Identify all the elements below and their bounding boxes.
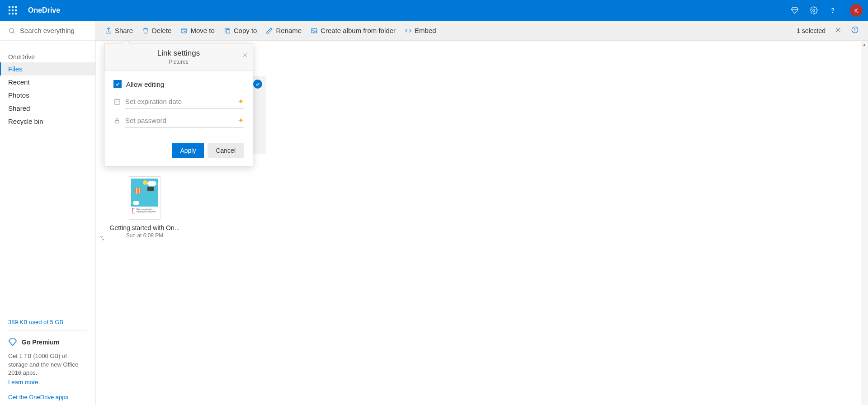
nav-item-files[interactable]: Files (0, 62, 95, 75)
pencil-icon (266, 27, 273, 34)
pdf-badge-icon (132, 208, 135, 213)
file-date: Sun at 6:09 PM (105, 232, 184, 239)
allow-editing-row[interactable]: Allow editing (113, 80, 244, 88)
nav-item-photos[interactable]: Photos (0, 89, 95, 102)
thumb-caption: Get started with Microsoft OneDrive (137, 208, 157, 213)
vertical-scrollbar[interactable]: ▲ (861, 41, 868, 405)
settings-icon[interactable] (808, 5, 819, 16)
copy-to-button[interactable]: Copy to (224, 27, 257, 34)
premium-icon[interactable] (789, 5, 800, 16)
premium-title: Go Premium (22, 339, 59, 346)
album-icon (311, 27, 318, 34)
main: Share Delete Move to Copy to Rename Crea… (96, 21, 868, 405)
expiration-row[interactable]: ✦ (125, 94, 244, 109)
svg-rect-16 (114, 99, 120, 104)
search-icon (8, 27, 15, 34)
brand-title: OneDrive (28, 6, 60, 14)
expiration-input[interactable] (125, 98, 233, 105)
learn-more-link[interactable]: Learn more. (8, 379, 40, 386)
waffle-icon (9, 6, 17, 14)
app-header: OneDrive K (0, 0, 868, 21)
premium-star-icon: ✦ (238, 97, 244, 106)
share-button[interactable]: Share (105, 27, 133, 34)
storage-panel: 389 KB used of 5 GB Go Premium Get 1 TB … (0, 319, 95, 405)
share-icon (105, 27, 112, 34)
close-icon (835, 26, 842, 33)
svg-point-2 (9, 28, 14, 32)
nav: OneDrive Files Recent Photos Shared Recy… (0, 41, 95, 128)
storage-usage-link[interactable]: 389 KB used of 5 GB (8, 319, 87, 325)
create-album-button[interactable]: Create album from folder (311, 27, 396, 34)
search-box[interactable] (0, 21, 95, 41)
sync-icon (99, 235, 105, 242)
embed-button[interactable]: Embed (405, 27, 436, 34)
callout-title: Link settings (112, 49, 245, 58)
svg-line-3 (13, 32, 14, 33)
scroll-up-arrow[interactable]: ▲ (861, 41, 868, 48)
svg-point-13 (854, 28, 855, 28)
command-bar: Share Delete Move to Copy to Rename Crea… (96, 21, 868, 41)
svg-point-0 (813, 9, 815, 12)
trash-icon (142, 27, 149, 34)
nav-item-shared[interactable]: Shared (0, 102, 95, 115)
file-content-area: Pictures Sun at 6:09 PM (96, 41, 868, 405)
svg-rect-5 (181, 29, 187, 33)
svg-rect-6 (226, 29, 230, 33)
password-row[interactable]: ✦ (125, 113, 244, 128)
close-icon (242, 52, 248, 58)
premium-star-icon: ✦ (238, 116, 244, 125)
file-tile-document[interactable]: Get started with Microsoft OneDrive Gett… (105, 176, 184, 239)
search-input[interactable] (20, 27, 87, 34)
nav-item-recent[interactable]: Recent (0, 75, 95, 89)
user-avatar[interactable]: K (850, 4, 863, 17)
svg-point-1 (832, 12, 833, 13)
details-pane-toggle[interactable] (851, 26, 859, 35)
selected-check-icon (253, 80, 262, 89)
password-input[interactable] (125, 117, 233, 124)
lock-icon (113, 117, 121, 124)
callout-close-button[interactable] (242, 52, 248, 60)
file-name: Getting started with On... (105, 224, 184, 231)
rename-button[interactable]: Rename (266, 27, 302, 34)
nav-item-recycle-bin[interactable]: Recycle bin (0, 115, 95, 128)
clear-selection-button[interactable] (835, 26, 842, 35)
apply-button[interactable]: Apply (172, 143, 204, 158)
copy-icon (224, 27, 231, 34)
move-to-button[interactable]: Move to (180, 27, 214, 34)
go-premium-row[interactable]: Go Premium (8, 335, 87, 349)
premium-desc: Get 1 TB (1000 GB) of storage and the ne… (8, 352, 87, 377)
app-launcher[interactable] (5, 3, 20, 18)
sidebar: OneDrive Files Recent Photos Shared Recy… (0, 21, 96, 405)
link-settings-callout: Link settings Pictures Allow editing (104, 43, 253, 166)
diamond-icon (8, 338, 17, 347)
calendar-icon (113, 98, 121, 105)
check-icon (115, 81, 120, 87)
cancel-button[interactable]: Cancel (208, 143, 244, 158)
allow-editing-label: Allow editing (126, 80, 164, 88)
callout-header: Link settings Pictures (104, 43, 253, 71)
allow-editing-checkbox[interactable] (113, 80, 122, 88)
help-icon[interactable] (827, 5, 838, 16)
delete-button[interactable]: Delete (142, 27, 171, 34)
move-icon (180, 27, 188, 34)
nav-root-label: OneDrive (0, 52, 95, 62)
svg-rect-20 (115, 120, 119, 123)
callout-subtitle: Pictures (112, 59, 245, 65)
info-icon (851, 26, 859, 34)
header-actions: K (789, 4, 863, 17)
embed-icon (405, 27, 412, 34)
document-thumbnail: Get started with Microsoft OneDrive (129, 176, 160, 220)
get-apps-link[interactable]: Get the OneDrive apps (8, 394, 87, 400)
svg-point-8 (313, 30, 314, 31)
selection-count: 1 selected (797, 27, 826, 34)
